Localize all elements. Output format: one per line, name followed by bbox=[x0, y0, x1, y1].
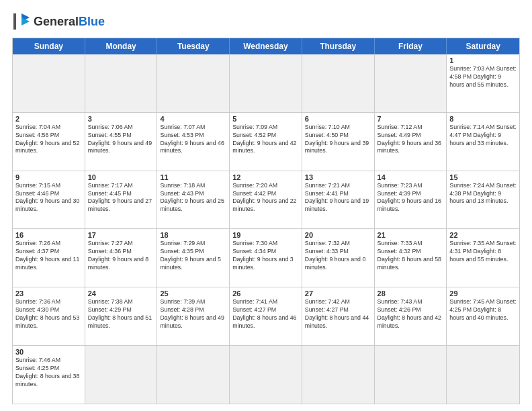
calendar-cell: 7Sunrise: 7:12 AM Sunset: 4:49 PM Daylig… bbox=[375, 113, 447, 171]
calendar-cell bbox=[157, 346, 230, 404]
calendar-cell: 25Sunrise: 7:39 AM Sunset: 4:28 PM Dayli… bbox=[157, 287, 230, 345]
day-number: 29 bbox=[449, 289, 517, 298]
weekday-header-tuesday: Tuesday bbox=[157, 38, 230, 54]
calendar-cell: 26Sunrise: 7:41 AM Sunset: 4:27 PM Dayli… bbox=[230, 287, 302, 345]
day-number: 18 bbox=[160, 231, 226, 239]
day-info: Sunrise: 7:18 AM Sunset: 4:43 PM Dayligh… bbox=[160, 182, 226, 214]
day-info: Sunrise: 7:30 AM Sunset: 4:34 PM Dayligh… bbox=[232, 240, 299, 272]
day-number: 27 bbox=[305, 289, 371, 298]
calendar-cell: 27Sunrise: 7:42 AM Sunset: 4:27 PM Dayli… bbox=[302, 287, 375, 345]
day-number: 23 bbox=[15, 289, 82, 298]
day-info: Sunrise: 7:15 AM Sunset: 4:46 PM Dayligh… bbox=[15, 182, 82, 214]
day-number: 17 bbox=[88, 231, 154, 239]
day-info: Sunrise: 7:36 AM Sunset: 4:30 PM Dayligh… bbox=[15, 298, 82, 330]
day-number: 20 bbox=[305, 231, 371, 239]
calendar: SundayMondayTuesdayWednesdayThursdayFrid… bbox=[12, 38, 520, 404]
day-number: 4 bbox=[160, 115, 226, 123]
day-number: 5 bbox=[232, 115, 299, 123]
weekday-header-sunday: Sunday bbox=[13, 38, 85, 54]
calendar-cell bbox=[302, 54, 375, 112]
day-number: 24 bbox=[88, 289, 154, 298]
calendar-cell bbox=[230, 346, 302, 404]
calendar-week-4: 16Sunrise: 7:26 AM Sunset: 4:37 PM Dayli… bbox=[13, 229, 519, 287]
calendar-cell: 10Sunrise: 7:17 AM Sunset: 4:45 PM Dayli… bbox=[85, 171, 158, 229]
weekday-header-saturday: Saturday bbox=[447, 38, 519, 54]
calendar-cell: 13Sunrise: 7:21 AM Sunset: 4:41 PM Dayli… bbox=[302, 171, 375, 229]
calendar-cell: 22Sunrise: 7:35 AM Sunset: 4:31 PM Dayli… bbox=[447, 229, 519, 287]
day-number: 9 bbox=[15, 173, 82, 181]
calendar-cell bbox=[447, 346, 519, 404]
calendar-cell: 30Sunrise: 7:46 AM Sunset: 4:25 PM Dayli… bbox=[13, 346, 85, 404]
calendar-cell bbox=[230, 54, 302, 112]
calendar-cell bbox=[85, 54, 158, 112]
calendar-cell: 5Sunrise: 7:09 AM Sunset: 4:52 PM Daylig… bbox=[230, 113, 302, 171]
calendar-cell: 1Sunrise: 7:03 AM Sunset: 4:58 PM Daylig… bbox=[447, 54, 519, 112]
day-info: Sunrise: 7:09 AM Sunset: 4:52 PM Dayligh… bbox=[232, 124, 299, 156]
calendar-cell: 19Sunrise: 7:30 AM Sunset: 4:34 PM Dayli… bbox=[230, 229, 302, 287]
weekday-header-friday: Friday bbox=[375, 38, 447, 54]
day-info: Sunrise: 7:46 AM Sunset: 4:25 PM Dayligh… bbox=[15, 357, 82, 389]
day-info: Sunrise: 7:23 AM Sunset: 4:39 PM Dayligh… bbox=[378, 182, 444, 214]
calendar-week-3: 9Sunrise: 7:15 AM Sunset: 4:46 PM Daylig… bbox=[13, 171, 519, 230]
day-number: 7 bbox=[378, 115, 444, 123]
day-info: Sunrise: 7:45 AM Sunset: 4:25 PM Dayligh… bbox=[449, 298, 517, 322]
day-number: 21 bbox=[378, 231, 444, 239]
calendar-cell: 8Sunrise: 7:14 AM Sunset: 4:47 PM Daylig… bbox=[447, 113, 519, 171]
day-info: Sunrise: 7:04 AM Sunset: 4:56 PM Dayligh… bbox=[15, 124, 82, 156]
calendar-cell: 3Sunrise: 7:06 AM Sunset: 4:55 PM Daylig… bbox=[85, 113, 158, 171]
weekday-header-wednesday: Wednesday bbox=[230, 38, 302, 54]
day-number: 19 bbox=[232, 231, 299, 239]
day-info: Sunrise: 7:42 AM Sunset: 4:27 PM Dayligh… bbox=[305, 298, 371, 330]
day-number: 1 bbox=[449, 56, 517, 64]
day-info: Sunrise: 7:21 AM Sunset: 4:41 PM Dayligh… bbox=[305, 182, 371, 214]
day-info: Sunrise: 7:14 AM Sunset: 4:47 PM Dayligh… bbox=[449, 124, 517, 148]
calendar-cell bbox=[85, 346, 158, 404]
day-number: 8 bbox=[449, 115, 517, 123]
day-info: Sunrise: 7:20 AM Sunset: 4:42 PM Dayligh… bbox=[232, 182, 299, 214]
calendar-week-5: 23Sunrise: 7:36 AM Sunset: 4:30 PM Dayli… bbox=[13, 287, 519, 346]
calendar-cell: 4Sunrise: 7:07 AM Sunset: 4:53 PM Daylig… bbox=[157, 113, 230, 171]
day-info: Sunrise: 7:27 AM Sunset: 4:36 PM Dayligh… bbox=[88, 240, 154, 272]
logo: GeneralBlue bbox=[12, 12, 105, 31]
calendar-cell: 15Sunrise: 7:24 AM Sunset: 4:38 PM Dayli… bbox=[447, 171, 519, 229]
day-info: Sunrise: 7:10 AM Sunset: 4:50 PM Dayligh… bbox=[305, 124, 371, 156]
calendar-cell: 9Sunrise: 7:15 AM Sunset: 4:46 PM Daylig… bbox=[13, 171, 85, 229]
day-info: Sunrise: 7:39 AM Sunset: 4:28 PM Dayligh… bbox=[160, 298, 226, 330]
day-info: Sunrise: 7:06 AM Sunset: 4:55 PM Dayligh… bbox=[88, 124, 154, 156]
day-info: Sunrise: 7:41 AM Sunset: 4:27 PM Dayligh… bbox=[232, 298, 299, 330]
calendar-cell: 20Sunrise: 7:32 AM Sunset: 4:33 PM Dayli… bbox=[302, 229, 375, 287]
day-info: Sunrise: 7:33 AM Sunset: 4:32 PM Dayligh… bbox=[378, 240, 444, 272]
day-info: Sunrise: 7:26 AM Sunset: 4:37 PM Dayligh… bbox=[15, 240, 82, 272]
day-number: 14 bbox=[378, 173, 444, 181]
day-number: 22 bbox=[449, 231, 517, 239]
header: GeneralBlue bbox=[12, 12, 520, 31]
calendar-cell bbox=[302, 346, 375, 404]
calendar-cell: 2Sunrise: 7:04 AM Sunset: 4:56 PM Daylig… bbox=[13, 113, 85, 171]
weekday-header-thursday: Thursday bbox=[302, 38, 375, 54]
calendar-cell: 17Sunrise: 7:27 AM Sunset: 4:36 PM Dayli… bbox=[85, 229, 158, 287]
calendar-cell: 11Sunrise: 7:18 AM Sunset: 4:43 PM Dayli… bbox=[157, 171, 230, 229]
calendar-cell: 24Sunrise: 7:38 AM Sunset: 4:29 PM Dayli… bbox=[85, 287, 158, 345]
day-info: Sunrise: 7:24 AM Sunset: 4:38 PM Dayligh… bbox=[449, 182, 517, 206]
day-info: Sunrise: 7:35 AM Sunset: 4:31 PM Dayligh… bbox=[449, 240, 517, 264]
day-number: 28 bbox=[378, 289, 444, 298]
day-info: Sunrise: 7:07 AM Sunset: 4:53 PM Dayligh… bbox=[160, 124, 226, 156]
calendar-cell bbox=[375, 54, 447, 112]
calendar-cell bbox=[13, 54, 85, 112]
calendar-cell bbox=[375, 346, 447, 404]
calendar-cell: 6Sunrise: 7:10 AM Sunset: 4:50 PM Daylig… bbox=[302, 113, 375, 171]
day-number: 25 bbox=[160, 289, 226, 298]
day-number: 30 bbox=[15, 348, 82, 356]
calendar-cell: 23Sunrise: 7:36 AM Sunset: 4:30 PM Dayli… bbox=[13, 287, 85, 345]
day-info: Sunrise: 7:38 AM Sunset: 4:29 PM Dayligh… bbox=[88, 298, 154, 330]
calendar-header-row: SundayMondayTuesdayWednesdayThursdayFrid… bbox=[13, 38, 519, 54]
calendar-cell: 16Sunrise: 7:26 AM Sunset: 4:37 PM Dayli… bbox=[13, 229, 85, 287]
calendar-body: 1Sunrise: 7:03 AM Sunset: 4:58 PM Daylig… bbox=[13, 54, 519, 404]
calendar-week-1: 1Sunrise: 7:03 AM Sunset: 4:58 PM Daylig… bbox=[13, 54, 519, 113]
calendar-cell bbox=[157, 54, 230, 112]
svg-rect-2 bbox=[13, 13, 16, 30]
calendar-cell: 14Sunrise: 7:23 AM Sunset: 4:39 PM Dayli… bbox=[375, 171, 447, 229]
day-info: Sunrise: 7:03 AM Sunset: 4:58 PM Dayligh… bbox=[449, 65, 517, 89]
day-info: Sunrise: 7:12 AM Sunset: 4:49 PM Dayligh… bbox=[378, 124, 444, 156]
day-number: 2 bbox=[15, 115, 82, 123]
